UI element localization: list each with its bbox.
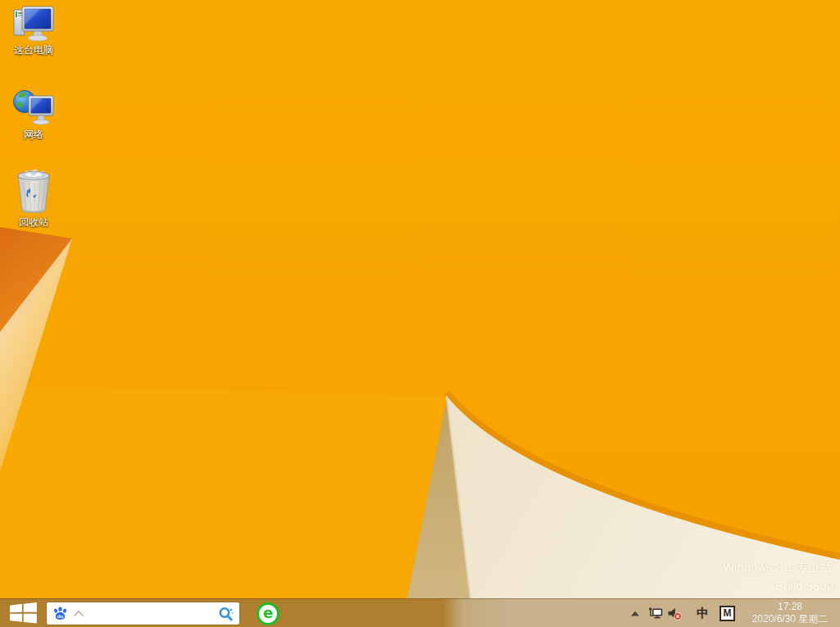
ime-mode-badge[interactable]: M [720, 606, 735, 621]
desktop-icon-recycle-bin[interactable]: 回收站 [8, 169, 59, 228]
icon-label: 网络 [24, 129, 43, 140]
desktop-icon-this-pc[interactable]: 这台电脑 [8, 5, 59, 56]
clock-time: 17:28 [778, 601, 802, 613]
tray-expand-button[interactable] [631, 611, 639, 616]
wallpaper-image [0, 0, 840, 627]
browser-glyph: e [263, 606, 273, 620]
chevron-up-icon[interactable] [73, 610, 84, 617]
windows-build-watermark: Windows 8.1 专业版 Build 9600 [723, 557, 833, 595]
baidu-paw-icon[interactable]: du [52, 606, 68, 621]
chevron-up-icon [631, 611, 639, 616]
search-submit-button[interactable] [217, 605, 235, 623]
desktop-surface[interactable]: 这台电脑 网络 [0, 0, 840, 627]
tray-network-button[interactable] [648, 607, 663, 620]
watermark-build: Build 9600 [723, 576, 833, 595]
watermark-edition: Windows 8.1 专业版 [723, 557, 833, 576]
tray-clock[interactable]: 17:28 2020/6/30 星期二 [744, 601, 836, 625]
clock-date: 2020/6/30 星期二 [752, 613, 829, 625]
speaker-muted-icon [667, 607, 682, 620]
tray-volume-button[interactable] [667, 607, 682, 620]
svg-text:du: du [57, 613, 64, 619]
wired-network-icon [648, 607, 663, 620]
taskbar: du e [0, 598, 840, 627]
this-pc-icon [12, 5, 55, 43]
system-tray: 中 M 17:28 2020/6/30 星期二 [631, 599, 840, 627]
green-e-browser-icon[interactable]: e [257, 602, 279, 625]
network-icon [12, 88, 55, 127]
recycle-bin-icon [15, 169, 52, 215]
windows-logo-icon [10, 602, 37, 624]
baidu-magnifier-icon [217, 605, 235, 623]
desktop-icon-network[interactable]: 网络 [8, 88, 59, 140]
search-input[interactable] [88, 604, 214, 624]
start-button[interactable] [0, 599, 46, 627]
icon-label: 这台电脑 [14, 44, 53, 56]
taskbar-search-box[interactable]: du [47, 602, 239, 625]
ime-language-button[interactable]: 中 [697, 607, 709, 620]
icon-label: 回收站 [19, 216, 48, 228]
